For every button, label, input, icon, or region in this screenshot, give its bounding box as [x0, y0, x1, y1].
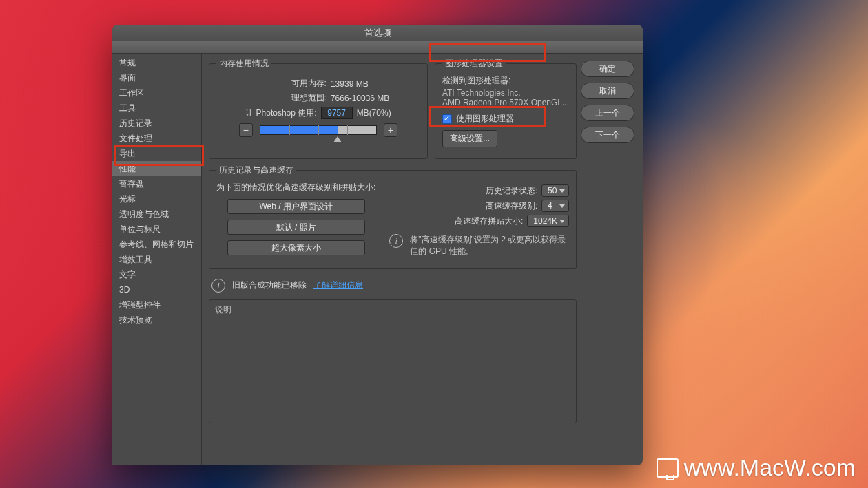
- ideal-range-label: 理想范围:: [223, 92, 327, 104]
- preset-huge-button[interactable]: 超大像素大小: [227, 240, 365, 255]
- tile-size-select[interactable]: 1024K: [527, 215, 569, 227]
- titlebar: 首选项: [112, 25, 643, 41]
- sidebar-item-16[interactable]: 增强型控件: [112, 297, 201, 312]
- sidebar-item-17[interactable]: 技术预览: [112, 312, 201, 328]
- let-ps-use-label: 让 Photoshop 使用:: [245, 107, 316, 119]
- learn-more-link[interactable]: 了解详细信息: [313, 279, 363, 291]
- sidebar-item-2[interactable]: 工作区: [112, 85, 201, 100]
- sidebar-item-12[interactable]: 参考线、网格和切片: [112, 237, 201, 252]
- sidebar-item-0[interactable]: 常规: [112, 55, 201, 70]
- prev-button[interactable]: 上一个: [581, 105, 634, 121]
- history-cache-group: 历史记录与高速缓存 为下面的情况优化高速缓存级别和拼贴大小: Web / 用户界…: [209, 165, 577, 269]
- memory-group: 内存使用情况 可用内存: 13939 MB 理想范围: 7666-10036 M…: [209, 58, 428, 159]
- action-column: 确定 取消 上一个 下一个: [577, 58, 639, 461]
- window-title: 首选项: [364, 27, 391, 39]
- description-box: 说明: [209, 299, 577, 423]
- preferences-window: 首选项 常规界面工作区工具历史记录文件处理导出性能暂存盘光标透明度与色域单位与标…: [112, 25, 643, 465]
- memory-suffix: MB(70%): [357, 108, 391, 118]
- description-label: 说明: [215, 305, 231, 315]
- info-icon: i: [211, 279, 225, 293]
- sidebar-item-6[interactable]: 导出: [112, 146, 201, 161]
- cache-level-select[interactable]: 4: [541, 200, 569, 212]
- memory-decrease-button[interactable]: −: [239, 123, 253, 137]
- sidebar-item-1[interactable]: 界面: [112, 70, 201, 85]
- gpu-advanced-button[interactable]: 高级设置...: [442, 130, 497, 147]
- memory-input[interactable]: [321, 107, 353, 119]
- gpu-group: 图形处理器设置 检测到图形处理器: ATI Technologies Inc. …: [435, 58, 577, 159]
- memory-slider[interactable]: [260, 125, 377, 135]
- cache-level-label: 高速缓存级别:: [486, 200, 537, 212]
- sidebar-item-11[interactable]: 单位与标尺: [112, 222, 201, 237]
- sidebar-item-13[interactable]: 增效工具: [112, 252, 201, 267]
- tile-size-label: 高速缓存拼贴大小:: [455, 215, 523, 227]
- history-legend: 历史记录与高速缓存: [216, 165, 296, 176]
- history-states-label: 历史记录状态:: [486, 185, 537, 197]
- sidebar-item-9[interactable]: 光标: [112, 191, 201, 206]
- sidebar-item-3[interactable]: 工具: [112, 100, 201, 116]
- memory-legend: 内存使用情况: [216, 58, 271, 70]
- sidebar-item-8[interactable]: 暂存盘: [112, 176, 201, 191]
- sidebar-item-14[interactable]: 文字: [112, 267, 201, 282]
- legacy-compositing-text: 旧版合成功能已移除: [232, 279, 307, 291]
- gpu-detected-label: 检测到图形处理器:: [442, 75, 569, 87]
- ideal-range-value: 7666-10036 MB: [331, 94, 413, 103]
- preset-default-button[interactable]: 默认 / 照片: [227, 220, 365, 235]
- sidebar-item-7[interactable]: 性能: [112, 161, 201, 176]
- gpu-legend: 图形处理器设置: [442, 58, 506, 70]
- toolbar-strip: [112, 41, 643, 54]
- available-mem-label: 可用内存:: [223, 78, 327, 89]
- cache-tip: 将"高速缓存级别"设置为 2 或更高以获得最佳的 GPU 性能。: [410, 234, 569, 257]
- history-states-select[interactable]: 50: [541, 184, 569, 197]
- sidebar-item-4[interactable]: 历史记录: [112, 116, 201, 131]
- sidebar-item-10[interactable]: 透明度与色域: [112, 206, 201, 222]
- memory-increase-button[interactable]: +: [384, 123, 397, 137]
- gpu-model: AMD Radeon Pro 570X OpenGL...: [442, 98, 569, 107]
- info-icon: i: [389, 234, 403, 248]
- gpu-vendor: ATI Technologies Inc.: [442, 88, 569, 98]
- next-button[interactable]: 下一个: [581, 127, 634, 143]
- preset-web-button[interactable]: Web / 用户界面设计: [227, 199, 365, 214]
- use-gpu-checkbox[interactable]: ✓: [442, 114, 452, 124]
- sidebar-item-5[interactable]: 文件处理: [112, 131, 201, 146]
- watermark: www.MacW.com: [657, 454, 856, 481]
- cancel-button[interactable]: 取消: [581, 83, 634, 99]
- ok-button[interactable]: 确定: [581, 61, 634, 77]
- sidebar: 常规界面工作区工具历史记录文件处理导出性能暂存盘光标透明度与色域单位与标尺参考线…: [112, 54, 202, 465]
- use-gpu-label: 使用图形处理器: [456, 113, 514, 125]
- watermark-text: www.MacW.com: [684, 454, 856, 481]
- optimize-hint: 为下面的情况优化高速缓存级别和拼贴大小:: [216, 182, 375, 193]
- sidebar-item-15[interactable]: 3D: [112, 282, 201, 297]
- available-mem-value: 13939 MB: [331, 79, 413, 89]
- slider-thumb-icon[interactable]: [333, 136, 342, 142]
- monitor-icon: [657, 458, 679, 478]
